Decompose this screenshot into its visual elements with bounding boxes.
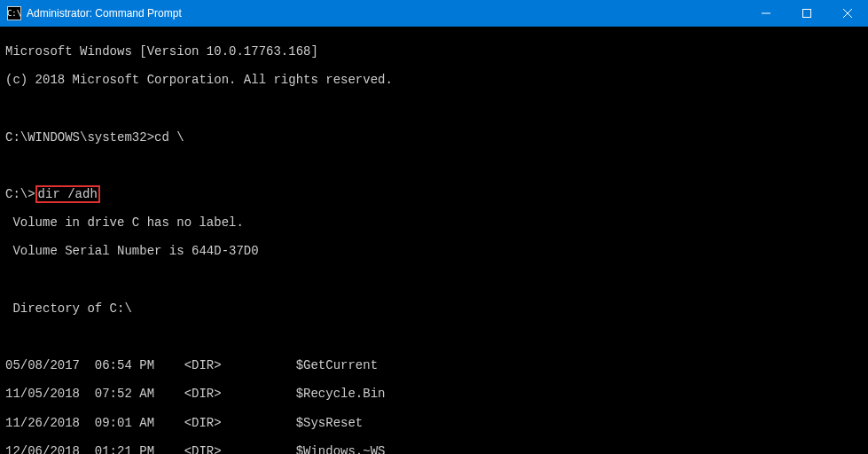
maximize-button[interactable] xyxy=(786,0,827,27)
terminal-line xyxy=(5,273,863,287)
minimize-button[interactable] xyxy=(746,0,786,27)
terminal-line: 11/05/2018 07:52 AM <DIR> $Recycle.Bin xyxy=(5,387,863,401)
prompt-path: C:\> xyxy=(5,187,35,201)
prompt-command: cd \ xyxy=(154,130,184,145)
window-title: Administrator: Command Prompt xyxy=(27,7,182,20)
titlebar-left: C:\ Administrator: Command Prompt xyxy=(0,6,182,20)
terminal-line: 05/08/2017 06:54 PM <DIR> $GetCurrent xyxy=(5,358,863,372)
terminal-line xyxy=(5,101,863,115)
terminal-line: Volume Serial Number is 644D-37D0 xyxy=(5,244,863,258)
terminal-line: Directory of C:\ xyxy=(5,301,863,316)
highlighted-command: dir /adh xyxy=(35,185,100,203)
close-button[interactable] xyxy=(827,0,868,27)
window-controls xyxy=(746,0,868,27)
terminal-prompt-line: C:\>dir /adh xyxy=(5,187,863,201)
app-icon-text: C:\ xyxy=(7,10,21,18)
terminal-line: Volume in drive C has no label. xyxy=(5,215,863,230)
terminal-output[interactable]: Microsoft Windows [Version 10.0.17763.16… xyxy=(0,27,868,454)
terminal-line: 12/06/2018 01:21 PM <DIR> $Windows.~WS xyxy=(5,444,863,454)
prompt-path: C:\WINDOWS\system32> xyxy=(5,130,154,145)
terminal-line: Microsoft Windows [Version 10.0.17763.16… xyxy=(5,44,863,59)
terminal-prompt-line: C:\WINDOWS\system32>cd \ xyxy=(5,130,863,145)
terminal-line: 11/26/2018 09:01 AM <DIR> $SysReset xyxy=(5,416,863,430)
terminal-line xyxy=(5,159,863,173)
terminal-line: (c) 2018 Microsoft Corporation. All righ… xyxy=(5,73,863,87)
command-prompt-icon: C:\ xyxy=(7,6,21,20)
window-titlebar: C:\ Administrator: Command Prompt xyxy=(0,0,868,27)
svg-rect-1 xyxy=(803,10,811,18)
terminal-line xyxy=(5,330,863,344)
